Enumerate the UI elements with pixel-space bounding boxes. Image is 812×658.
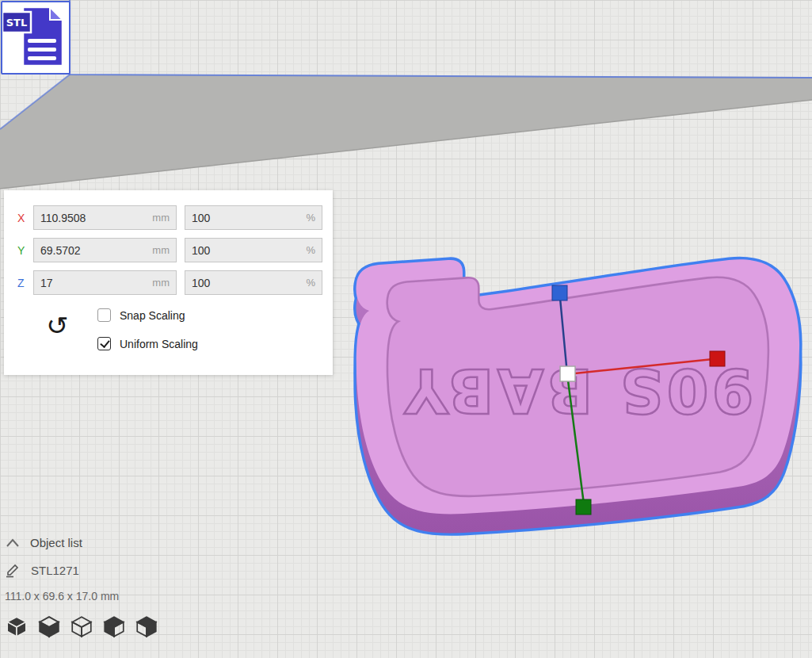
scale-z-mm-field[interactable]: mm <box>33 270 177 295</box>
scale-x-mm-field[interactable]: mm <box>33 205 177 230</box>
snap-scaling-checkbox[interactable] <box>97 308 111 322</box>
object-list-item[interactable]: STL1271 <box>5 562 158 578</box>
scale-row-z: Z mm % <box>17 270 333 296</box>
stl-document-icon: STL <box>2 2 69 73</box>
snap-scaling-label: Snap Scaling <box>120 309 185 322</box>
y-scale-handle[interactable] <box>576 499 591 515</box>
chevron-up-icon <box>5 537 21 549</box>
view-toolbar <box>5 614 158 638</box>
object-item-name: STL1271 <box>31 564 79 577</box>
axis-z-label: Z <box>17 277 29 289</box>
mm-unit-label: mm <box>152 212 170 224</box>
percent-unit-label: % <box>306 277 315 289</box>
scale-y-mm-input[interactable] <box>40 244 147 257</box>
embossed-text: 90S BABY <box>402 355 754 426</box>
scale-x-percent-input[interactable] <box>192 212 301 224</box>
uniform-scaling-checkbox[interactable] <box>97 337 111 350</box>
uniform-scaling-label: Uniform Scaling <box>120 338 198 350</box>
snap-scaling-option[interactable]: Snap Scaling <box>97 308 198 322</box>
view-left-icon[interactable] <box>102 614 126 638</box>
scale-x-percent-field[interactable]: % <box>185 205 322 230</box>
reset-scale-button[interactable]: ↺ <box>46 313 68 339</box>
stl-badge-label: STL <box>6 17 28 29</box>
center-scale-handle[interactable] <box>560 366 575 381</box>
model-90s-baby-mold[interactable]: 90S BABY <box>356 259 800 533</box>
object-list-title: Object list <box>30 536 82 549</box>
scale-row-x: X mm % <box>17 205 333 231</box>
scale-options: ↺ Snap Scaling Uniform Scaling <box>4 302 333 373</box>
axis-x-label: X <box>17 212 29 224</box>
edit-pencil-icon <box>5 562 21 578</box>
scale-y-mm-field[interactable]: mm <box>33 238 177 262</box>
percent-unit-label: % <box>306 212 315 224</box>
build-plate-back-wall <box>0 75 812 189</box>
model-dimensions-label: 111.0 x 69.6 x 17.0 mm <box>5 590 158 603</box>
scale-z-percent-input[interactable] <box>192 277 301 289</box>
stl-file-thumbnail[interactable]: STL <box>1 1 71 75</box>
scale-y-percent-input[interactable] <box>192 244 301 257</box>
view-3d-icon[interactable] <box>5 614 29 638</box>
scale-tool-panel: X mm % Y mm % Z mm % ↺ <box>4 190 333 375</box>
view-top-icon[interactable] <box>70 614 93 638</box>
object-list-header[interactable]: Object list <box>5 536 158 549</box>
view-front-icon[interactable] <box>37 614 61 638</box>
scale-x-mm-input[interactable] <box>40 212 147 224</box>
build-plate-edge-highlight <box>70 0 812 78</box>
scale-row-y: Y mm % <box>17 237 333 263</box>
percent-unit-label: % <box>306 244 315 256</box>
scale-y-percent-field[interactable]: % <box>185 238 322 262</box>
x-scale-handle[interactable] <box>710 351 725 366</box>
uniform-scaling-option[interactable]: Uniform Scaling <box>97 337 198 350</box>
scale-z-mm-input[interactable] <box>40 277 147 289</box>
mm-unit-label: mm <box>152 277 170 289</box>
view-right-icon[interactable] <box>135 614 158 638</box>
object-list-section: Object list STL1271 111.0 x 69.6 x 17.0 … <box>5 536 158 638</box>
mm-unit-label: mm <box>152 244 170 256</box>
z-scale-handle[interactable] <box>552 285 567 300</box>
scale-z-percent-field[interactable]: % <box>185 270 322 295</box>
axis-y-label: Y <box>17 244 29 257</box>
